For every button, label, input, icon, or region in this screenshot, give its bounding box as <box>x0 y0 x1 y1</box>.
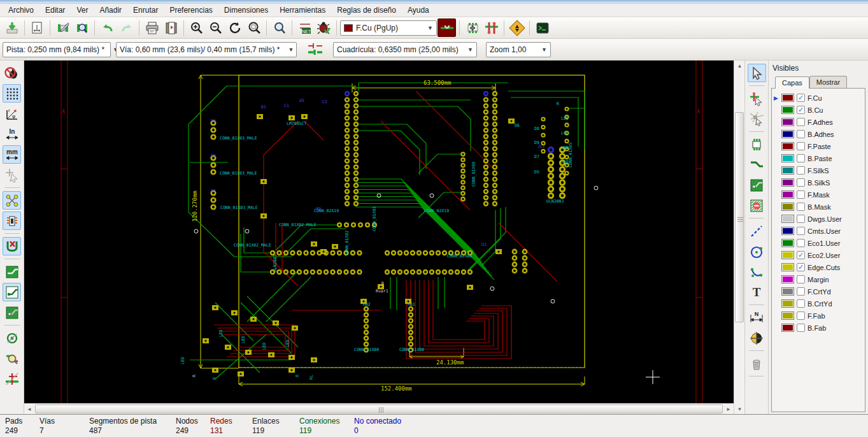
layer-row-f-mask[interactable]: F.Mask <box>773 189 864 201</box>
footprint-viewer-button[interactable] <box>73 18 91 37</box>
drc-off-button[interactable] <box>3 64 21 82</box>
units-mm-button[interactable]: mm <box>3 145 21 164</box>
layer-visibility-checkbox[interactable]: ✓ <box>797 94 805 102</box>
drc-button[interactable] <box>315 18 333 37</box>
tab-capas[interactable]: Capas <box>775 76 809 89</box>
layer-visibility-checkbox[interactable] <box>797 166 805 175</box>
auto-track-width-button[interactable] <box>306 40 324 59</box>
layer-row-f-adhes[interactable]: F.Adhes <box>773 116 864 128</box>
layer-color-swatch[interactable] <box>781 239 794 247</box>
layer-visibility-checkbox[interactable] <box>797 203 805 211</box>
menu-ayuda[interactable]: Ayuda <box>402 4 435 16</box>
menu-enrutar[interactable]: Enrutar <box>127 4 164 16</box>
menu-preferencias[interactable]: Preferencias <box>164 4 218 16</box>
layer-visibility-checkbox[interactable] <box>797 227 805 235</box>
layer-row-f-silks[interactable]: F.SilkS <box>773 164 864 176</box>
layer-row-f-paste[interactable]: F.Paste <box>773 140 864 152</box>
cursor-shape-button[interactable] <box>3 166 21 184</box>
layer-color-swatch[interactable] <box>781 106 794 114</box>
layer-visibility-checkbox[interactable]: ✓ <box>797 263 805 271</box>
layer-visibility-checkbox[interactable] <box>797 287 805 296</box>
layer-color-swatch[interactable] <box>781 166 794 175</box>
layer-color-swatch[interactable] <box>781 275 794 283</box>
zoom-fit-button[interactable] <box>245 18 263 37</box>
freeroute-button[interactable] <box>508 18 526 37</box>
add-target-button[interactable] <box>748 329 766 347</box>
menu-ver[interactable]: Ver <box>71 4 94 16</box>
add-text-button[interactable]: T <box>748 283 766 301</box>
add-dimension-button[interactable]: N <box>748 308 766 327</box>
layer-row-b-silks[interactable]: B.SilkS <box>773 176 864 189</box>
layer-visibility-checkbox[interactable]: ✓ <box>797 106 805 114</box>
scroll-down-arrow[interactable]: ▼ <box>734 404 745 414</box>
redraw-button[interactable] <box>225 18 244 37</box>
layer-visibility-checkbox[interactable] <box>797 118 805 126</box>
layer-color-swatch[interactable] <box>781 324 794 332</box>
layers-manager-toggle-button[interactable] <box>3 369 21 388</box>
menu-reglas-de-dise-o[interactable]: Reglas de diseño <box>331 4 402 16</box>
undo-button[interactable] <box>98 18 117 37</box>
layer-visibility-checkbox[interactable] <box>797 324 805 332</box>
select-tool-button[interactable] <box>748 64 766 82</box>
layer-color-swatch[interactable] <box>781 251 794 259</box>
add-footprint-button[interactable] <box>748 135 766 154</box>
via-size-selector[interactable]: Vía: 0,60 mm (23,6 mils)/ 0,40 mm (15,7 … <box>116 42 297 57</box>
polar-coords-button[interactable]: rφ <box>3 104 21 123</box>
layer-color-swatch[interactable] <box>781 178 794 187</box>
zones-outline-button[interactable] <box>3 283 21 301</box>
layer-visibility-checkbox[interactable] <box>797 154 805 162</box>
ratsnest-visibility-button[interactable] <box>3 191 21 210</box>
footprint-editor-button[interactable] <box>53 18 72 37</box>
menu-herramientas[interactable]: Herramientas <box>274 4 331 16</box>
horizontal-scroll-thumb[interactable] <box>35 405 723 413</box>
horizontal-scrollbar[interactable]: ◄ ► <box>24 403 734 414</box>
layer-visibility-checkbox[interactable] <box>797 312 805 320</box>
units-inches-button[interactable]: In <box>3 125 21 143</box>
layer-color-swatch[interactable] <box>781 142 794 150</box>
layer-row-b-paste[interactable]: B.Paste <box>773 152 864 164</box>
layer-visibility-checkbox[interactable] <box>797 130 805 138</box>
layer-row-f-cu[interactable]: ▶✓F.Cu <box>773 92 864 104</box>
zoom-in-button[interactable] <box>187 18 206 37</box>
add-circle-button[interactable] <box>748 242 766 261</box>
track-width-selector[interactable]: Pista: 0,250 mm (9,84 mils) * ▼ <box>3 42 111 57</box>
footprint-mode-button[interactable] <box>463 18 481 37</box>
layer-row-b-fab[interactable]: B.Fab <box>773 322 864 334</box>
layer-row-margin[interactable]: Margin <box>773 273 864 285</box>
layer-color-swatch[interactable] <box>781 299 794 308</box>
layer-row-b-crtyd[interactable]: B.CrtYd <box>773 297 864 310</box>
print-button[interactable] <box>143 18 161 37</box>
layer-row-cmts-user[interactable]: Cmts.User <box>773 225 864 237</box>
delete-tool-button[interactable] <box>748 354 766 373</box>
redo-button[interactable] <box>117 18 136 37</box>
layer-row-b-cu[interactable]: ✓B.Cu <box>773 104 864 116</box>
layer-row-b-mask[interactable]: B.Mask <box>773 201 864 213</box>
layer-color-swatch[interactable] <box>781 118 794 126</box>
layer-pair-button[interactable] <box>438 18 456 37</box>
layer-color-swatch[interactable] <box>781 263 794 271</box>
layer-selector[interactable]: F.Cu (PgUp) ▼ <box>340 20 437 36</box>
scroll-left-arrow[interactable]: ◄ <box>24 404 34 414</box>
netlist-button[interactable]: NET <box>295 18 314 37</box>
module-ratsnest-button[interactable] <box>3 211 21 230</box>
layer-row-dwgs-user[interactable]: Dwgs.User <box>773 213 864 225</box>
layer-visibility-checkbox[interactable] <box>797 239 805 247</box>
layer-row-edge-cuts[interactable]: ✓Edge.Cuts <box>773 261 864 273</box>
add-arc-button[interactable] <box>748 262 766 281</box>
layer-color-swatch[interactable] <box>781 312 794 320</box>
via-sketch-mode-button[interactable] <box>3 329 21 347</box>
layer-row-f-crtyd[interactable]: F.CrtYd <box>773 285 864 297</box>
layer-color-swatch[interactable] <box>781 154 794 162</box>
zones-filled-button[interactable] <box>3 262 21 281</box>
layer-visibility-checkbox[interactable] <box>797 190 805 199</box>
layer-color-swatch[interactable] <box>781 94 794 102</box>
add-track-button[interactable] <box>748 155 766 174</box>
zoom-out-button[interactable] <box>206 18 225 37</box>
find-button[interactable] <box>270 18 288 37</box>
layer-row-f-fab[interactable]: F.Fab <box>773 310 864 322</box>
menu-dimensiones[interactable]: Dimensiones <box>218 4 274 16</box>
layer-color-swatch[interactable] <box>781 190 794 199</box>
zoom-selector[interactable]: Zoom 1,00 ▼ <box>486 42 551 57</box>
page-settings-button[interactable] <box>28 18 46 37</box>
auto-delete-tracks-button[interactable] <box>3 237 21 255</box>
